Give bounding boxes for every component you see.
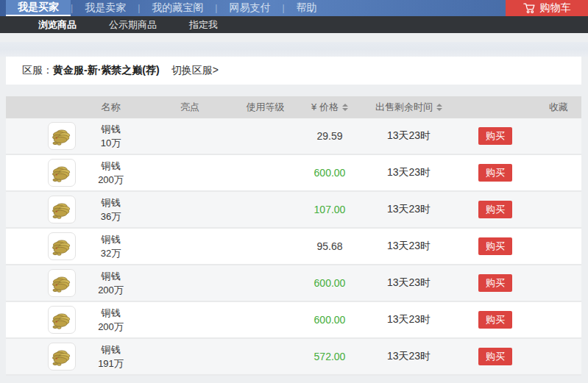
item-name: 铜钱 — [102, 122, 121, 136]
copper-coins-icon[interactable] — [48, 122, 76, 150]
item-price: 600.00 — [314, 167, 346, 179]
table-row: 铜钱 10万 29.59 13天23时 购买 — [6, 118, 581, 155]
listings-table: 名称 亮点 使用等级 ¥ 价格 出售剩余时间 收藏 — [6, 96, 581, 376]
copper-coins-icon[interactable] — [48, 269, 76, 297]
buy-button[interactable]: 购买 — [478, 127, 512, 145]
buy-button[interactable]: 购买 — [478, 237, 512, 255]
table-row: 铜钱 200万 600.00 13天23时 购买 — [6, 155, 581, 192]
copper-coins-icon[interactable] — [48, 343, 76, 371]
buy-button[interactable]: 购买 — [478, 201, 512, 218]
copper-coins-icon[interactable] — [48, 306, 76, 334]
copper-coins-icon[interactable] — [48, 232, 76, 260]
table-row: 铜钱 191万 572.00 13天23时 购买 — [6, 339, 581, 376]
item-name: 铜钱 — [102, 343, 121, 357]
buy-button[interactable]: 购买 — [478, 311, 512, 329]
topnav-item-4[interactable]: 网易支付 — [217, 0, 282, 16]
header-price-sort[interactable]: ¥ 价格 — [297, 101, 363, 114]
header-favorite: 收藏 — [536, 101, 581, 114]
subnav-item-3[interactable]: 指定我 — [173, 18, 234, 32]
topnav-item-5[interactable]: 帮助 — [285, 0, 329, 16]
table-row: 铜钱 200万 600.00 13天23时 购买 — [6, 302, 581, 339]
region-server-name: 黄金服-新·紫禁之巅(荐) — [53, 64, 160, 77]
subnav-item-1[interactable]: 浏览商品 — [22, 18, 93, 32]
item-quantity: 200万 — [98, 320, 124, 334]
region-label: 区服： — [22, 64, 53, 77]
item-price: 572.00 — [314, 351, 346, 362]
region-bar: 区服： 黄金服-新·紫禁之巅(荐) 切换区服> — [6, 57, 581, 85]
header-time-label: 出售剩余时间 — [375, 101, 433, 114]
decorative-band — [0, 33, 588, 57]
item-name: 铜钱 — [102, 306, 121, 320]
switch-region-link[interactable]: 切换区服> — [171, 64, 219, 77]
copper-coins-icon[interactable] — [48, 196, 76, 223]
header-price-label: ¥ 价格 — [311, 101, 339, 114]
top-navigation: 我是买家|我是卖家|我的藏宝阁|网易支付|帮助 购物车 — [0, 0, 588, 16]
cart-icon — [523, 2, 536, 14]
item-quantity: 32万 — [101, 246, 121, 260]
time-remaining: 13天23时 — [387, 240, 431, 253]
item-name: 铜钱 — [102, 269, 121, 283]
item-quantity: 200万 — [98, 283, 124, 297]
time-remaining: 13天23时 — [387, 313, 431, 326]
buy-button[interactable]: 购买 — [478, 348, 512, 365]
buy-button[interactable]: 购买 — [478, 274, 512, 292]
table-row: 铜钱 32万 95.68 13天23时 购买 — [6, 229, 581, 265]
item-price: 29.59 — [316, 130, 342, 142]
item-price: 95.68 — [316, 240, 342, 252]
header-highlight: 亮点 — [146, 101, 234, 114]
header-name: 名称 — [76, 101, 146, 114]
item-name: 铜钱 — [102, 232, 121, 246]
copper-coins-icon[interactable] — [48, 159, 76, 187]
sort-arrows-icon — [342, 104, 348, 111]
item-price: 600.00 — [314, 277, 346, 289]
time-remaining: 13天23时 — [387, 276, 431, 290]
table-row: 铜钱 36万 107.00 13天23时 购买 — [6, 192, 581, 229]
time-remaining: 13天23时 — [387, 129, 431, 143]
header-use-level: 使用等级 — [234, 101, 297, 114]
sort-arrows-icon — [436, 104, 442, 111]
item-quantity: 191万 — [98, 357, 124, 371]
item-quantity: 10万 — [101, 136, 121, 150]
topnav-item-3[interactable]: 我的藏宝阁 — [140, 0, 215, 16]
time-remaining: 13天23时 — [387, 203, 431, 216]
cart-label: 购物车 — [540, 1, 571, 15]
subnav-item-2[interactable]: 公示期商品 — [93, 18, 173, 32]
header-time-sort[interactable]: 出售剩余时间 — [363, 101, 455, 114]
item-quantity: 200万 — [98, 173, 124, 187]
time-remaining: 13天23时 — [387, 166, 431, 179]
topnav-item-1[interactable]: 我是买家 — [6, 0, 71, 16]
item-name: 铜钱 — [102, 159, 121, 173]
item-price: 107.00 — [314, 204, 346, 215]
item-quantity: 36万 — [101, 210, 121, 223]
item-name: 铜钱 — [102, 196, 121, 210]
topnav-item-2[interactable]: 我是卖家 — [73, 0, 138, 16]
sub-navigation: 浏览商品公示期商品指定我 — [0, 16, 588, 33]
buy-button[interactable]: 购买 — [478, 164, 512, 182]
time-remaining: 13天23时 — [387, 350, 431, 363]
item-price: 600.00 — [314, 314, 346, 326]
cart-button[interactable]: 购物车 — [506, 0, 588, 16]
table-header-row: 名称 亮点 使用等级 ¥ 价格 出售剩余时间 收藏 — [6, 96, 581, 118]
table-row: 铜钱 200万 600.00 13天23时 购买 — [6, 265, 581, 302]
